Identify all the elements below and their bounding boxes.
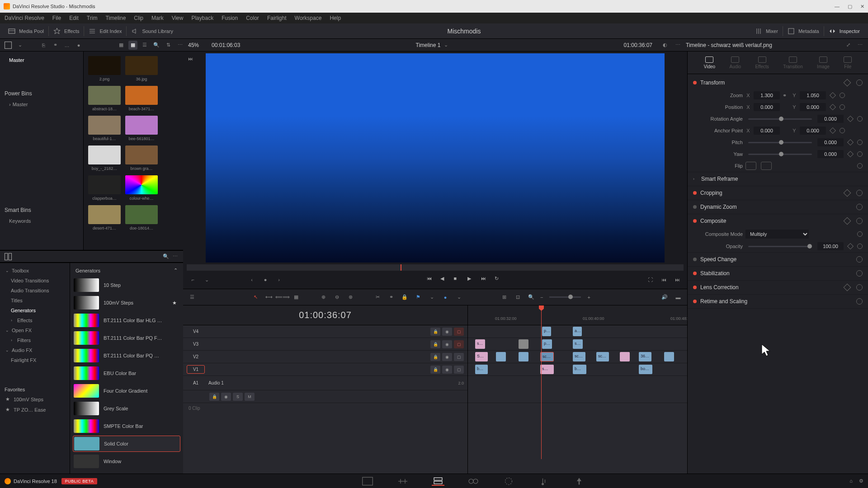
import-icon[interactable]: ⎘: [39, 41, 48, 50]
track-head-v1[interactable]: V1🔒◉▢: [183, 363, 467, 376]
menu-item[interactable]: View: [172, 15, 184, 21]
fx-item[interactable]: Grey Scale: [73, 400, 180, 417]
track-a1[interactable]: [468, 376, 687, 403]
media-thumb[interactable]: beautiful-1…: [88, 116, 121, 141]
track-head-v3[interactable]: V3🔒◉▢: [183, 338, 467, 351]
link-icon[interactable]: ⚭: [51, 41, 60, 50]
fx-item[interactable]: BT.2111 Color Bar PQ …: [73, 347, 180, 364]
loop-icon[interactable]: ↻: [495, 276, 503, 284]
zoom-out-icon[interactable]: −: [540, 295, 543, 300]
edit-index-button[interactable]: Edit Index: [99, 28, 122, 34]
timeline-clip[interactable]: a…: [573, 327, 582, 336]
viewer-canvas[interactable]: [206, 53, 665, 263]
reset-icon[interactable]: [856, 80, 863, 86]
close-button[interactable]: ✕: [860, 4, 864, 9]
fx-panel-icon[interactable]: [4, 252, 13, 261]
more-icon[interactable]: ⋯: [673, 41, 682, 50]
menu-item[interactable]: Fusion: [222, 15, 238, 21]
page-deliver-icon[interactable]: [573, 477, 585, 486]
overwrite-icon[interactable]: ⊖: [332, 293, 341, 302]
track-v4[interactable]: p…a…: [468, 325, 687, 338]
timeline-clip[interactable]: sc…: [573, 352, 585, 361]
link-icon[interactable]: ⚭: [783, 93, 789, 99]
fx-item[interactable]: Solid Color: [73, 436, 180, 452]
match-frame-icon[interactable]: ⛶: [646, 275, 655, 284]
timeline-name[interactable]: Timeline 1: [416, 42, 441, 48]
tab-effects[interactable]: Effects: [755, 56, 769, 69]
track-head-a1[interactable]: A1Audio 12.0: [183, 376, 467, 390]
media-thumb[interactable]: 36.jpg: [125, 56, 158, 81]
zoom-fit-icon[interactable]: ⊡: [513, 293, 522, 302]
menu-item[interactable]: Help: [330, 15, 341, 21]
page-cut-icon[interactable]: [396, 477, 409, 486]
fav-item[interactable]: ★100mV Steps: [0, 394, 70, 404]
search-icon[interactable]: 🔍: [152, 41, 161, 50]
flip-h-button[interactable]: [745, 162, 756, 170]
timeline-clip[interactable]: s…: [573, 339, 583, 349]
section-lens-correction[interactable]: Lens Correction: [688, 281, 868, 294]
fx-toolbox[interactable]: ⌄Toolbox: [0, 266, 70, 276]
fx-generators[interactable]: Generators: [0, 305, 70, 315]
menu-item[interactable]: Trim: [87, 15, 98, 21]
fx-audiofx[interactable]: ⌄Audio FX: [0, 345, 70, 355]
fx-item[interactable]: Window: [73, 453, 180, 469]
marker-icon[interactable]: ●: [261, 275, 270, 284]
fx-item[interactable]: 100mV Steps★: [73, 295, 180, 311]
fx-item[interactable]: BT.2111 Color Bar PQ F…: [73, 330, 180, 346]
section-retime[interactable]: Retime and Scaling: [688, 295, 868, 308]
tab-image[interactable]: Image: [817, 56, 830, 69]
fx-openfx[interactable]: ⌄Open FX: [0, 325, 70, 335]
media-thumb[interactable]: brown gra…: [125, 145, 158, 171]
section-dynamic-zoom[interactable]: Dynamic Zoom: [688, 200, 868, 214]
media-pool-button[interactable]: Media Pool: [19, 28, 44, 34]
step-out-icon[interactable]: ⏭: [186, 54, 195, 63]
audio-menu-icon[interactable]: ▬: [674, 293, 683, 302]
scrubber[interactable]: [187, 264, 684, 271]
track-head-v4[interactable]: V4🔒◉▢: [183, 325, 467, 338]
chevron-down-icon[interactable]: ⌄: [444, 42, 448, 48]
next-edit-icon[interactable]: ›: [274, 275, 283, 284]
media-thumb[interactable]: abstract-18…: [88, 86, 121, 111]
media-thumb[interactable]: desert-471…: [88, 205, 121, 230]
zoom-percent[interactable]: 45%: [188, 42, 199, 48]
mark-in-icon[interactable]: ⌐: [189, 275, 198, 284]
timeline-clip[interactable]: 36…: [639, 352, 651, 361]
fav-item[interactable]: ★TP ZO… Ease: [0, 404, 70, 415]
fx-audio-transitions[interactable]: Audio Transitions: [0, 286, 70, 296]
fx-filters[interactable]: ›Filters: [0, 335, 70, 345]
trim-tool-icon[interactable]: ⟷: [264, 293, 274, 302]
fx-effects[interactable]: ›Effects: [0, 315, 70, 325]
dynamic-trim-icon[interactable]: ⟸⟹: [278, 293, 287, 302]
timeline-clip[interactable]: [664, 352, 674, 361]
fx-item[interactable]: BT.2111 Color Bar HLG …: [73, 312, 180, 328]
effects-button[interactable]: Effects: [64, 28, 79, 34]
media-thumb[interactable]: clapperboa…: [88, 175, 121, 201]
menu-item[interactable]: Clip: [134, 15, 143, 21]
timeline-clip[interactable]: sc…: [596, 352, 609, 361]
menu-item[interactable]: DaVinci Resolve: [5, 15, 44, 21]
zoom-y-value[interactable]: 1.050: [800, 91, 826, 99]
media-thumb[interactable]: bee-561801…: [125, 116, 158, 141]
yaw-value[interactable]: 0.000: [817, 150, 844, 158]
timeline-clip[interactable]: s…: [475, 339, 485, 349]
step-back-icon[interactable]: ⏮: [659, 275, 668, 284]
tab-transition[interactable]: Transition: [783, 56, 803, 69]
timeline-clip[interactable]: [519, 339, 528, 349]
marker-icon[interactable]: ●: [441, 293, 450, 302]
anchor-x-value[interactable]: 0.000: [754, 127, 780, 135]
fx-fairlightfx[interactable]: Fairlight FX: [0, 355, 70, 365]
media-thumb[interactable]: 2.png: [88, 56, 121, 81]
rotation-value[interactable]: 0.000: [817, 115, 844, 123]
insert-icon[interactable]: ⊕: [319, 293, 328, 302]
menu-item[interactable]: File: [52, 15, 61, 21]
expand-icon[interactable]: ⤢: [844, 41, 853, 50]
anchor-y-value[interactable]: 0.000: [800, 127, 826, 135]
timeline-ruler[interactable]: 01:00:32:00 01:00:40:00 01:00:48:00 01:0…: [468, 305, 687, 325]
fx-item[interactable]: 10 Step: [73, 277, 180, 293]
timeline-clip[interactable]: bo…: [639, 365, 652, 374]
razor-icon[interactable]: ✂: [373, 293, 382, 302]
timeline-clip[interactable]: S…: [475, 352, 488, 361]
lock-icon[interactable]: 🔒: [400, 293, 409, 302]
bin-view-icon[interactable]: [4, 41, 13, 50]
timeline-clip[interactable]: b…: [573, 365, 586, 374]
